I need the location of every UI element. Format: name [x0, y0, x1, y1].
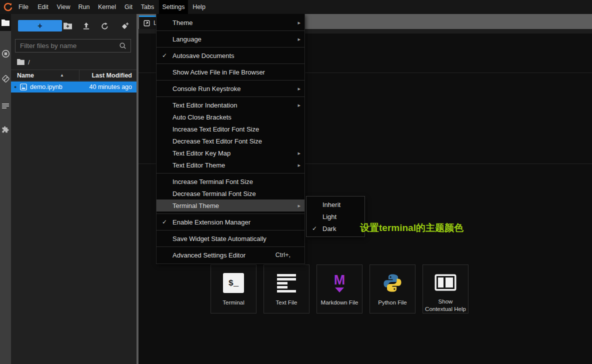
settings-menu-item[interactable]: ✓ ▸	[156, 30, 304, 31]
contextual-help-icon	[434, 270, 456, 294]
menu-item-label: Increase Text Editor Font Size	[172, 126, 290, 133]
settings-menu-item[interactable]: ✓ ▸	[156, 214, 304, 214]
sidebar-tab-running-sessions[interactable]	[0, 45, 11, 62]
menubar-item[interactable]: Run	[75, 0, 93, 14]
settings-menu-item[interactable]: ✓ Save Widget State Automatically ▸	[156, 232, 304, 244]
sidebar-tab-table-of-contents[interactable]	[0, 98, 11, 114]
settings-menu-item[interactable]: ✓ ▸	[156, 96, 304, 97]
launcher-card-markdown-file[interactable]: M Markdown File	[316, 264, 362, 314]
settings-menu-item[interactable]: ✓ Theme ▸	[156, 16, 304, 28]
markdown-icon: M	[334, 270, 346, 296]
launcher-card-terminal[interactable]: $_ Terminal	[210, 264, 256, 314]
sidebar-tab-git[interactable]	[0, 70, 11, 87]
menubar-items: File Edit View Run Kernel Git Tabs Setti…	[14, 0, 210, 14]
checkmark-icon: ✓	[162, 52, 170, 59]
menubar-item[interactable]: Git	[121, 0, 136, 14]
settings-menu-item[interactable]: ✓ Decrease Text Editor Font Size ▸	[156, 135, 304, 147]
settings-menu-item[interactable]: ✓ Increase Terminal Font Size ▸	[156, 176, 304, 188]
git-clone-icon	[121, 22, 129, 30]
settings-menu-item[interactable]: ✓ ▸	[156, 230, 304, 230]
file-browser-toolbar: +	[11, 20, 136, 34]
terminal-theme-option[interactable]: ✓ Light	[306, 210, 364, 222]
card-label: Show Contextual Help	[423, 298, 468, 313]
launcher-card-contextual-help[interactable]: Show Contextual Help	[422, 264, 468, 314]
menubar-item[interactable]: Help	[190, 0, 208, 14]
settings-menu-item[interactable]: ✓ Language ▸	[156, 33, 304, 45]
settings-menu-item[interactable]: ✓ Auto Close Brackets ▸	[156, 111, 304, 123]
menu-item-label: Language	[172, 36, 290, 43]
checkmark-icon: ✓	[312, 225, 320, 232]
menu-item-label: Enable Extension Manager	[172, 218, 290, 226]
settings-menu-item[interactable]: ✓ ▸	[156, 64, 304, 64]
menubar-item[interactable]: View	[54, 0, 74, 14]
checkmark-icon: ✓	[162, 218, 170, 226]
launcher-card-text-file[interactable]: Text File	[264, 264, 310, 314]
settings-menu-item[interactable]: ✓ ▸	[156, 47, 304, 48]
menu-item-label: Auto Close Brackets	[172, 114, 290, 121]
toc-icon	[2, 103, 10, 109]
menu-item-label: Text Editor Theme	[172, 162, 290, 169]
submenu-arrow-icon: ▸	[294, 162, 300, 168]
terminal-theme-option[interactable]: ✓ Inherit	[306, 198, 364, 210]
git-clone-button[interactable]	[118, 20, 132, 32]
filter-files-input[interactable]	[16, 42, 119, 50]
settings-menu-item[interactable]: ✓ Console Run Keystroke ▸	[156, 82, 304, 94]
menubar-item[interactable]: Tabs	[138, 0, 158, 14]
sidebar-tab-file-browser[interactable]	[0, 14, 11, 31]
file-listing-header: Name ▲ Last Modified	[11, 70, 136, 81]
settings-menu-item[interactable]: ✓ Show Active File in File Browser ▸	[156, 66, 304, 78]
file-row[interactable]: ● demo.ipynb 40 minutes ago	[11, 82, 136, 92]
app-logo-icon	[2, 0, 14, 14]
submenu-arrow-icon: ▸	[294, 36, 300, 42]
menu-item-label: Increase Terminal Font Size	[172, 178, 290, 186]
annotation-text: 设置terminal的主题颜色	[360, 222, 464, 234]
terminal-theme-option[interactable]: ✓ Dark	[306, 222, 364, 234]
search-icon	[119, 42, 130, 50]
settings-menu-item[interactable]: ✓ Autosave Documents ▸	[156, 50, 304, 62]
settings-menu-item[interactable]: ✓ ▸	[156, 80, 304, 80]
upload-button[interactable]	[80, 20, 92, 32]
launcher-card-python-file[interactable]: Python File	[370, 264, 416, 314]
settings-menu-item[interactable]: ✓ Text Editor Theme ▸	[156, 159, 304, 171]
new-launcher-button[interactable]: +	[18, 20, 62, 32]
settings-menu-item[interactable]: ✓ Text Editor Key Map ▸	[156, 147, 304, 159]
new-folder-button[interactable]	[61, 20, 74, 32]
file-browser-panel: + /	[11, 14, 136, 364]
file-modified: 40 minutes ago	[90, 84, 136, 90]
column-header-last-modified[interactable]: Last Modified	[80, 72, 136, 79]
menubar-item[interactable]: Settings	[159, 0, 188, 14]
file-name: demo.ipynb	[30, 84, 90, 90]
refresh-button[interactable]	[98, 20, 111, 32]
settings-menu-item[interactable]: ✓ Decrease Terminal Font Size ▸	[156, 188, 304, 200]
menu-item-label: Autosave Documents	[172, 52, 290, 60]
card-label: Terminal	[221, 299, 246, 306]
new-folder-icon	[64, 22, 72, 30]
settings-menu: ✓ Theme ▸ ✓ ▸ ✓ Language ▸ ✓ ▸ ✓ Autosav	[156, 14, 305, 264]
settings-menu-item[interactable]: ✓ Terminal Theme ▸	[156, 200, 304, 212]
terminal-icon: $_	[223, 270, 244, 296]
menu-item-label: Show Active File in File Browser	[172, 68, 290, 76]
menubar-item[interactable]: File	[14, 0, 32, 14]
settings-menu-item[interactable]: ✓ ▸	[156, 246, 304, 247]
column-header-name[interactable]: Name	[11, 72, 34, 79]
settings-menu-item[interactable]: ✓ Text Editor Indentation ▸	[156, 99, 304, 111]
settings-menu-item[interactable]: ✓ ▸	[156, 173, 304, 174]
upload-icon	[82, 22, 90, 30]
settings-menu-item[interactable]: ✓ Advanced Settings Editor Ctrl+, ▸	[156, 249, 304, 261]
sort-ascending-icon: ▲	[60, 73, 64, 78]
menu-item-label: Decrease Terminal Font Size	[172, 190, 290, 198]
menu-item-label: Console Run Keystroke	[172, 85, 290, 92]
settings-menu-item[interactable]: ✓ Increase Text Editor Font Size ▸	[156, 123, 304, 135]
puzzle-icon	[2, 126, 10, 134]
menu-item-label: Dark	[322, 225, 360, 232]
breadcrumb[interactable]: /	[17, 57, 30, 67]
sidebar-tab-extensions[interactable]	[0, 121, 11, 138]
activity-bar	[0, 14, 11, 364]
menu-item-label: Save Widget State Automatically	[172, 235, 290, 242]
submenu-arrow-icon: ▸	[294, 202, 300, 209]
menubar-item[interactable]: Kernel	[94, 0, 120, 14]
file-listing: ● demo.ipynb 40 minutes ago	[11, 82, 136, 92]
menubar-item[interactable]: Edit	[34, 0, 52, 14]
settings-menu-item[interactable]: ✓ Enable Extension Manager ▸	[156, 216, 304, 228]
card-label: Markdown File	[320, 299, 360, 306]
